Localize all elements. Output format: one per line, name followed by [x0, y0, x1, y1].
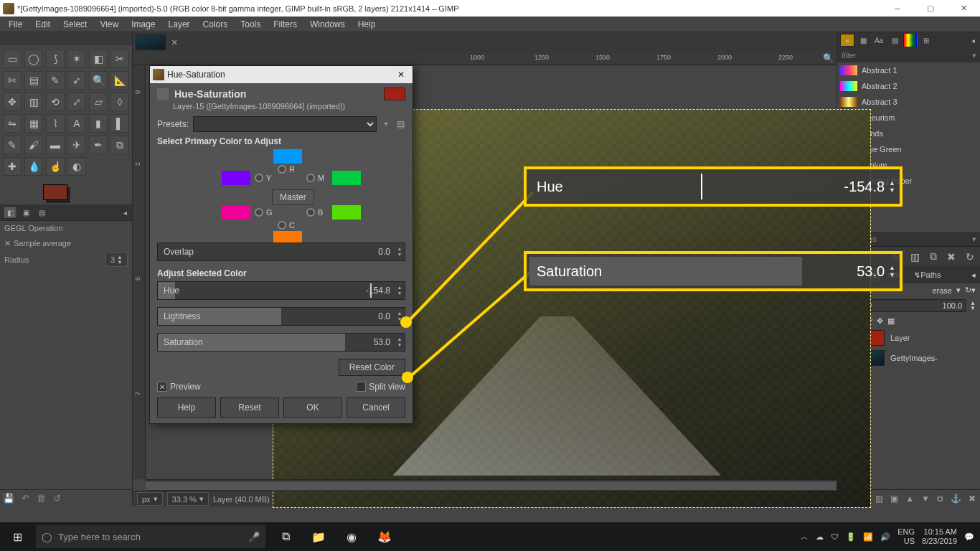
start-button[interactable]: ⊞: [0, 522, 34, 551]
dialog-close-icon[interactable]: ✕: [390, 70, 413, 80]
tool-clone[interactable]: ⧉: [110, 136, 129, 154]
cancel-button[interactable]: Cancel: [347, 397, 405, 418]
tool-ink[interactable]: ✒: [89, 136, 108, 154]
menu-edit[interactable]: Edit: [29, 18, 56, 31]
save-preset-icon[interactable]: 💾: [3, 493, 14, 504]
spin-up-icon[interactable]: ▲: [889, 179, 895, 187]
tool-smudge[interactable]: ☝: [46, 157, 65, 176]
reset-preset-icon[interactable]: ↺: [53, 493, 61, 504]
tool-bucket[interactable]: ▮: [89, 114, 108, 133]
tab-gradients[interactable]: [903, 34, 918, 47]
tab-paths[interactable]: ↯Paths: [910, 268, 945, 282]
menu-help[interactable]: Help: [352, 18, 382, 31]
tool-foreground[interactable]: ▤: [24, 71, 43, 90]
mode-dropdown-icon[interactable]: ▾: [956, 286, 961, 295]
tool-fuzzy-select[interactable]: ✶: [67, 50, 86, 68]
tool-ellipse-select[interactable]: ◯: [24, 50, 43, 68]
tool-rotate[interactable]: ⟲: [46, 93, 65, 111]
minimize-button[interactable]: ─: [881, 0, 914, 17]
tool-scale[interactable]: ⤢: [67, 93, 86, 111]
mode-value[interactable]: erase: [932, 286, 952, 295]
hue-slider[interactable]: Hue -154.8 ▲▼: [157, 281, 405, 300]
swatch-b[interactable]: [332, 205, 361, 220]
fg-bg-colors[interactable]: [0, 180, 132, 204]
menu-tools[interactable]: Tools: [235, 18, 266, 31]
mic-icon[interactable]: 🎤: [248, 532, 260, 542]
image-tab-close-icon[interactable]: ×: [169, 37, 180, 48]
spin-up-icon[interactable]: ▲: [395, 285, 405, 291]
dup-gradient-icon[interactable]: ⧉: [930, 250, 937, 263]
tray-up-icon[interactable]: ︿: [801, 532, 809, 542]
radio-y[interactable]: [255, 174, 263, 182]
tool-pencil[interactable]: ✎: [3, 136, 22, 154]
reset-color-button[interactable]: Reset Color: [339, 359, 405, 376]
swatch-m[interactable]: [332, 171, 361, 185]
spin-down-icon[interactable]: ▼: [395, 291, 405, 296]
layer-name[interactable]: Layer: [890, 334, 910, 342]
mode-switch-icon[interactable]: ↻▾: [965, 286, 976, 295]
ok-button[interactable]: OK: [283, 397, 342, 418]
tool-shear[interactable]: ▱: [89, 93, 108, 111]
swatch-r-top[interactable]: [273, 149, 302, 164]
maximize-button[interactable]: ▢: [914, 0, 947, 17]
tray-battery-icon[interactable]: 🔋: [846, 532, 856, 542]
tab-brushes[interactable]: ●: [840, 34, 854, 47]
tool-airbrush[interactable]: ✈: [67, 136, 86, 154]
tray-notifications-icon[interactable]: 💬: [964, 532, 974, 542]
tab-palettes[interactable]: ⊞: [919, 34, 933, 47]
tab-patterns[interactable]: ▦: [856, 34, 870, 47]
spin-down-icon[interactable]: ▼: [889, 271, 895, 278]
foreground-color-swatch[interactable]: [43, 184, 67, 200]
tray-language[interactable]: ENGUS: [897, 527, 915, 546]
radius-value[interactable]: 3▲▼: [105, 253, 128, 267]
tool-blur[interactable]: 💧: [24, 157, 43, 176]
horizontal-scrollbar[interactable]: [146, 479, 837, 491]
tray-volume-icon[interactable]: 🔊: [880, 532, 890, 542]
gradient-item[interactable]: Abstract 3: [837, 94, 980, 110]
lock-position-icon[interactable]: ✥: [877, 316, 883, 326]
split-view-checkbox[interactable]: Split view: [356, 382, 405, 392]
close-button[interactable]: ✕: [947, 0, 980, 17]
refresh-gradient-icon[interactable]: ↻: [966, 251, 974, 263]
spin-down-icon[interactable]: ▼: [395, 252, 405, 258]
tool-paths[interactable]: ✎: [46, 71, 65, 90]
tool-scissors[interactable]: ✄: [3, 71, 22, 90]
tool-eraser[interactable]: ▬: [46, 136, 65, 154]
tool-align[interactable]: ▥: [24, 93, 43, 111]
spin-down-icon[interactable]: ▼: [395, 342, 405, 348]
preset-menu-icon[interactable]: ▤: [395, 119, 405, 129]
zoom-selector[interactable]: 33.3 % ▾: [167, 492, 209, 506]
tool-move[interactable]: ✥: [3, 93, 22, 111]
taskbar-chrome-icon[interactable]: ◉: [336, 522, 367, 551]
menu-select[interactable]: Select: [57, 18, 93, 31]
swatch-y[interactable]: [222, 171, 250, 185]
gradient-item[interactable]: Abstract 2: [837, 78, 980, 94]
tool-by-color[interactable]: ◧: [89, 50, 108, 68]
tab-menu-arrow-icon[interactable]: ◂: [118, 206, 132, 219]
radio-c[interactable]: [278, 221, 286, 230]
overlap-slider[interactable]: Overlap 0.0 ▲▼: [157, 242, 405, 261]
radio-g[interactable]: [255, 208, 263, 217]
saturation-slider[interactable]: Saturation 53.0 ▲▼: [157, 333, 405, 352]
menu-image[interactable]: Image: [126, 18, 161, 31]
tray-security-icon[interactable]: 🛡: [831, 532, 839, 541]
tab-history[interactable]: ▤: [887, 34, 902, 47]
tray-wifi-icon[interactable]: 📶: [863, 532, 873, 542]
tool-warp[interactable]: ⌇: [46, 114, 65, 133]
tab-tool-options[interactable]: ◧: [3, 206, 17, 219]
tray-clock[interactable]: 10:15 AM8/23/2019: [922, 527, 957, 546]
menu-filters[interactable]: Filters: [268, 18, 303, 31]
new-layer-icon[interactable]: ▥: [875, 494, 883, 504]
lightness-slider[interactable]: Lightness 0.0 ▲▼: [157, 307, 405, 326]
tool-flip[interactable]: ⇋: [3, 114, 22, 133]
image-tab-thumbnail[interactable]: [136, 34, 166, 50]
gradient-filter[interactable]: filter▾: [837, 48, 980, 62]
add-preset-icon[interactable]: +: [381, 119, 391, 129]
spin-up-icon[interactable]: ▲: [395, 311, 405, 316]
tool-dodge[interactable]: ◐: [67, 157, 86, 176]
anchor-layer-icon[interactable]: ⚓: [951, 494, 961, 504]
quick-nav-icon[interactable]: 🔍: [823, 53, 834, 63]
tool-free-select[interactable]: ⟆: [46, 50, 65, 68]
tab-menu-arrow-icon[interactable]: ◂: [966, 34, 980, 47]
unit-selector[interactable]: px ▾: [137, 492, 163, 506]
